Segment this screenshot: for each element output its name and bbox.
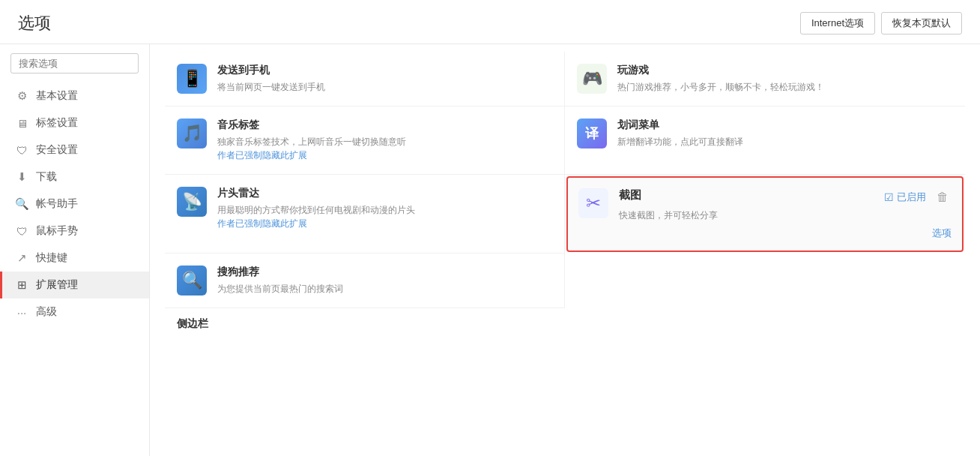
music-tab-icon: 🎵 [177, 118, 207, 148]
page-header: 选项 Internet选项 恢复本页默认 [0, 0, 980, 44]
sidebar-item-advanced[interactable]: ··· 高级 [0, 298, 149, 326]
sidebar-item-label: 基本设置 [36, 89, 78, 103]
mouse-icon: 🛡 [15, 224, 28, 238]
hidden-link2[interactable]: 作者已强制隐藏此扩展 [217, 218, 307, 229]
screenshot-inner: 截图 ☑ 已启用 🗑 快速截图，并可轻松分享 选项 [619, 188, 952, 240]
sidebar-item-label: 安全设置 [36, 143, 78, 157]
gear-icon: ⚙ [15, 89, 28, 103]
sidebar-item-label: 下载 [36, 170, 57, 184]
layout: ⚙ 基本设置 🖥 标签设置 🛡 安全设置 ⬇ 下载 🔍 帐号助手 🛡 鼠标手势 … [0, 44, 980, 456]
header-buttons: Internet选项 恢复本页默认 [800, 12, 962, 34]
shield-icon: 🛡 [15, 143, 28, 157]
ext-desc: 用最聪明的方式帮你找到任何电视剧和动漫的片头 作者已强制隐藏此扩展 [217, 203, 552, 230]
ext-desc: 将当前网页一键发送到手机 [217, 80, 552, 94]
search-input[interactable] [10, 53, 139, 74]
section-label: 侧边栏 [165, 308, 965, 334]
sidebar-item-label: 鼠标手势 [36, 224, 78, 238]
restore-defaults-button[interactable]: 恢复本页默认 [881, 12, 962, 34]
ext-info: 音乐标签 独家音乐标签技术，上网听音乐一键切换随意听 作者已强制隐藏此扩展 [217, 118, 552, 162]
search-box [10, 53, 139, 74]
ext-item-play-game: 🎮 玩游戏 热门游戏推荐，小号多开，顺畅不卡，轻松玩游戏！ [565, 52, 965, 106]
ext-item-radar: 📡 片头雷达 用最聪明的方式帮你找到任何电视剧和动漫的片头 作者已强制隐藏此扩展 [165, 175, 565, 254]
sidebar-item-download[interactable]: ⬇ 下载 [0, 164, 149, 190]
extensions-icon: ⊞ [15, 278, 28, 292]
account-icon: 🔍 [15, 197, 28, 211]
ext-desc: 独家音乐标签技术，上网听音乐一键切换随意听 作者已强制隐藏此扩展 [217, 135, 552, 162]
ext-title: 划词菜单 [617, 118, 953, 132]
radar-icon: 📡 [177, 187, 207, 217]
page-title: 选项 [18, 12, 51, 34]
ext-title: 发送到手机 [217, 64, 552, 77]
sidebar-item-label: 扩展管理 [36, 278, 78, 292]
ext-desc-text: 用最聪明的方式帮你找到任何电视剧和动漫的片头 [217, 205, 415, 215]
ext-item-translate: 译 划词菜单 新增翻译功能，点此可直接翻译 [565, 106, 965, 175]
ext-info: 搜狗推荐 为您提供当前页最热门的搜索词 [217, 266, 552, 296]
advanced-icon: ··· [15, 305, 28, 319]
send-to-phone-icon: 📱 [177, 64, 207, 94]
ext-title: 音乐标签 [217, 118, 552, 132]
sidebar-item-security[interactable]: 🛡 安全设置 [0, 136, 149, 164]
ext-info: 发送到手机 将当前网页一键发送到手机 [217, 64, 552, 94]
ext-title: 片头雷达 [217, 187, 552, 200]
sidebar-item-account[interactable]: 🔍 帐号助手 [0, 190, 149, 218]
screenshot-options-link[interactable]: 选项 [619, 226, 952, 240]
ext-desc-text: 独家音乐标签技术，上网听音乐一键切换随意听 [217, 136, 406, 147]
hidden-link[interactable]: 作者已强制隐藏此扩展 [217, 150, 307, 160]
monitor-icon: 🖥 [15, 116, 28, 130]
screenshot-desc: 快速截图，并可轻松分享 [619, 208, 952, 222]
enabled-badge: ☑ 已启用 [884, 190, 926, 204]
sidebar-item-label: 标签设置 [36, 116, 78, 130]
shortcut-icon: ↗ [15, 251, 28, 265]
extensions-grid: 📱 发送到手机 将当前网页一键发送到手机 🎮 玩游戏 热门游戏推荐，小号多开，顺… [165, 52, 965, 308]
sidebar-item-mouse[interactable]: 🛡 鼠标手势 [0, 218, 149, 244]
ext-item-search-suggest: 🔍 搜狗推荐 为您提供当前页最热门的搜索词 [165, 254, 565, 308]
sidebar-item-label: 帐号助手 [36, 197, 78, 211]
sidebar-item-label: 快捷键 [36, 251, 67, 265]
delete-icon[interactable]: 🗑 [934, 189, 952, 206]
ext-item-send-to-phone: 📱 发送到手机 将当前网页一键发送到手机 [165, 52, 565, 106]
sidebar-item-basic[interactable]: ⚙ 基本设置 [0, 82, 149, 110]
ext-title: 搜狗推荐 [217, 266, 552, 279]
download-icon: ⬇ [15, 170, 28, 184]
main-content: 📱 发送到手机 将当前网页一键发送到手机 🎮 玩游戏 热门游戏推荐，小号多开，顺… [150, 44, 980, 456]
ext-title: 玩游戏 [617, 64, 953, 77]
play-game-icon: 🎮 [577, 64, 607, 94]
ext-item-empty [565, 254, 965, 308]
ext-info: 片头雷达 用最聪明的方式帮你找到任何电视剧和动漫的片头 作者已强制隐藏此扩展 [217, 187, 552, 230]
screenshot-title: 截图 [619, 188, 641, 202]
checkmark-icon: ☑ [884, 191, 894, 203]
ext-item-music-tab: 🎵 音乐标签 独家音乐标签技术，上网听音乐一键切换随意听 作者已强制隐藏此扩展 [165, 106, 565, 175]
sidebar-item-label: 高级 [36, 305, 57, 319]
translate-icon: 译 [577, 118, 607, 148]
sidebar-item-extensions[interactable]: ⊞ 扩展管理 [0, 272, 149, 298]
ext-desc: 新增翻译功能，点此可直接翻译 [617, 135, 953, 148]
ext-desc: 热门游戏推荐，小号多开，顺畅不卡，轻松玩游戏！ [617, 80, 953, 94]
ext-info: 划词菜单 新增翻译功能，点此可直接翻译 [617, 118, 953, 148]
screenshot-icon: ✂ [578, 188, 608, 218]
internet-options-button[interactable]: Internet选项 [800, 12, 875, 34]
ext-desc: 为您提供当前页最热门的搜索词 [217, 282, 552, 296]
enabled-label: 已启用 [897, 190, 926, 204]
search-suggest-icon: 🔍 [177, 266, 207, 296]
sidebar: ⚙ 基本设置 🖥 标签设置 🛡 安全设置 ⬇ 下载 🔍 帐号助手 🛡 鼠标手势 … [0, 44, 150, 456]
sidebar-item-shortcut[interactable]: ↗ 快捷键 [0, 244, 149, 272]
ext-item-screenshot: ✂ 截图 ☑ 已启用 🗑 快速截图，并可轻松分享 选项 [566, 176, 964, 252]
ext-info: 玩游戏 热门游戏推荐，小号多开，顺畅不卡，轻松玩游戏！ [617, 64, 953, 94]
sidebar-item-tabs[interactable]: 🖥 标签设置 [0, 110, 149, 136]
